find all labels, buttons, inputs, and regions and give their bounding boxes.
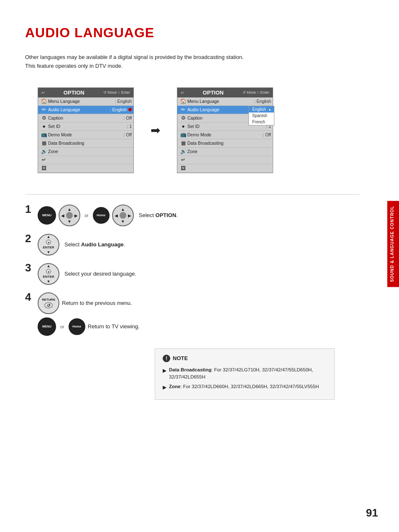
note-arrow-2: ▶ [163, 384, 166, 391]
step-4b-row: MENU or Home Return to TV viewing. [38, 317, 140, 336]
steps-section: 1 MENU ▲ ▼ ◀ ▶ or [25, 205, 360, 336]
menu-title-after: OPTION [203, 90, 224, 96]
home-btn-group: Home [93, 207, 110, 224]
step-1-text: Select OPTION. [139, 211, 178, 220]
menu-row-databroadcast: ▦ Data Broadcasting [38, 139, 133, 148]
row-icon-grid: ▦ [40, 140, 48, 146]
note-item-2: ▶ Zone: For 32/37/42LD660H, 32/37/42LD66… [163, 383, 327, 391]
step-3-text: Select your desired language. [64, 270, 136, 278]
row-icon-pencil2: ✏ [179, 107, 187, 113]
menu-header-before: ↩ OPTION ↺ Move ○ Enter [38, 88, 133, 97]
row-icon-circle2: ● [179, 123, 187, 129]
row-icon-return: ↵ [40, 157, 48, 163]
step-1-icons: MENU ▲ ▼ ◀ ▶ or Home [38, 205, 134, 226]
dropdown-english: English ● [249, 106, 274, 113]
or-text-1: or [84, 213, 89, 218]
step-2-row: 2 ▲ ● ENTER ▼ Select Audio Language. [25, 234, 360, 256]
menu-rows-after: 🏠 Menu Language : English ✏ Audio Langua… [177, 97, 273, 173]
row-icon-img: 🖼 [40, 165, 48, 171]
note-item-1: ▶ Data Broadcasting: For 32/37/42LG710H,… [163, 366, 327, 381]
or-text-2: or [60, 324, 64, 329]
enter-ring: ▲ ● ENTER ▼ [38, 234, 59, 256]
dropdown-french: French [249, 119, 274, 125]
home-button-2[interactable]: Home [69, 318, 85, 335]
step-4a-text: Return to the previous menu. [62, 299, 132, 307]
row-icon-gear: ⚙ [40, 115, 48, 121]
menu-row-r9: 🖼 [38, 164, 133, 173]
step-2-icons: ▲ ● ENTER ▼ [38, 234, 59, 256]
side-tab: SOUND & LANGUAGE CONTROL [387, 201, 399, 287]
dpad-2: ▲ ▼ ◀ ▶ [112, 205, 134, 226]
menu-rows-before: 🏠 Menu Language : English ✏ Audio Langua… [38, 97, 133, 173]
note-box: ! NOTE ▶ Data Broadcasting: For 32/37/42… [155, 348, 335, 400]
menu-header-after: ↩ OPTION ↺ Move ○ Enter [177, 88, 273, 97]
arrow-right: ➡ [151, 123, 160, 137]
step-2-number: 2 [25, 232, 38, 245]
menu-nav-before: ↺ Move ○ Enter [103, 90, 130, 95]
enter-btn-2[interactable]: ▲ ● ENTER ▼ [38, 263, 59, 285]
return-btn[interactable]: RETURN ↺ [38, 292, 59, 314]
menu-row-zone: 🔊 Zone [38, 148, 133, 156]
row-icon-tv2: 📺 [179, 132, 187, 138]
step-2-text: Select Audio Language. [64, 240, 125, 249]
menu-row-after-r8: ↵ [177, 156, 273, 164]
menu-row-setid: ● Set ID : 1 [38, 123, 133, 131]
row-icon-return2: ↵ [179, 157, 187, 163]
row-icon-pencil: ✏ [40, 107, 48, 113]
language-dropdown: English ● Spanish French [248, 106, 274, 125]
menu-title-before: OPTION [64, 90, 84, 96]
dpad-1: ▲ ▼ ◀ ▶ [59, 205, 80, 226]
menu-row: 🏠 Menu Language : English [38, 97, 133, 106]
row-icon-tv: 📺 [40, 132, 48, 138]
enter-group-1: ▲ ● ENTER ▼ [38, 234, 59, 256]
divider [25, 194, 360, 194]
page-title: AUDIO LANGUAGE [25, 25, 360, 41]
step-3-number: 3 [25, 261, 38, 274]
menu-row-after-r9: 🖼 [177, 164, 273, 173]
dpad-ring-2: ▲ ▼ ◀ ▶ [112, 205, 134, 226]
step-3-icons: ▲ ● ENTER ▼ [38, 263, 59, 285]
note-title: ! NOTE [163, 355, 327, 362]
menu-row-after-demo: 📺 Demo Mode : Off [177, 131, 273, 139]
row-icon-img2: 🖼 [179, 165, 187, 171]
enter-group-2: ▲ ● ENTER ▼ [38, 263, 59, 285]
menu-before: ↩ OPTION ↺ Move ○ Enter 🏠 Menu Language … [38, 87, 134, 173]
menu-row-after-zone: 🔊 Zone [177, 148, 273, 156]
row-icon-circle: ● [40, 123, 48, 129]
dropdown-spanish: Spanish [249, 113, 274, 119]
menu-row-demo: 📺 Demo Mode : Off [38, 131, 133, 139]
menu-row-audio: ✏ Audio Language : English [38, 106, 133, 114]
menu-row-caption: ⚙ Caption : Off [38, 114, 133, 123]
menu-after: ↩ OPTION ↺ Move ○ Enter 🏠 Menu Language … [177, 87, 273, 173]
note-icon: ! [163, 355, 170, 362]
step-4-number: 4 [25, 291, 38, 304]
enter-btn-1[interactable]: ▲ ● ENTER ▼ [38, 234, 59, 256]
home-button[interactable]: Home [93, 207, 110, 224]
intro-text: Other languages may be available if a di… [25, 53, 360, 71]
page-number: 91 [366, 506, 378, 519]
row-icon-house: 🏠 [40, 98, 48, 104]
dpad-ring: ▲ ▼ ◀ ▶ [59, 205, 80, 226]
menu-button[interactable]: MENU [38, 206, 56, 225]
menu-row-r8: ↵ [38, 156, 133, 164]
step-4-row: 4 RETURN ↺ Return to the previous menu. … [25, 292, 360, 336]
row-icon-house2: 🏠 [179, 98, 187, 104]
menu-row-after-1: 🏠 Menu Language : English [177, 97, 273, 106]
dot-indicator [128, 108, 132, 111]
step-4b-text: Return to TV viewing. [88, 322, 140, 331]
menu-row-after-audio: ✏ Audio Language : Eng English ● Spanish… [177, 106, 273, 114]
row-icon-grid2: ▦ [179, 140, 187, 146]
step-3-row: 3 ▲ ● ENTER ▼ Select your desired langua… [25, 263, 360, 285]
menu-row-after-db: ▦ Data Broadcasting [177, 139, 273, 148]
step-4-col: RETURN ↺ Return to the previous menu. ME… [38, 292, 140, 336]
step-4a-row: RETURN ↺ Return to the previous menu. [38, 292, 140, 314]
menu-button-2[interactable]: MENU [38, 317, 56, 336]
step-1-row: 1 MENU ▲ ▼ ◀ ▶ or [25, 205, 360, 226]
row-icon-sound: 🔊 [40, 148, 48, 154]
step-1-number: 1 [25, 203, 38, 216]
menu-nav-after: ↺ Move ○ Enter [243, 90, 269, 95]
diagrams-row: ↩ OPTION ↺ Move ○ Enter 🏠 Menu Language … [38, 87, 360, 173]
note-arrow-1: ▶ [163, 367, 166, 374]
row-icon-sound2: 🔊 [179, 148, 187, 154]
row-icon-gear2: ⚙ [179, 115, 187, 121]
